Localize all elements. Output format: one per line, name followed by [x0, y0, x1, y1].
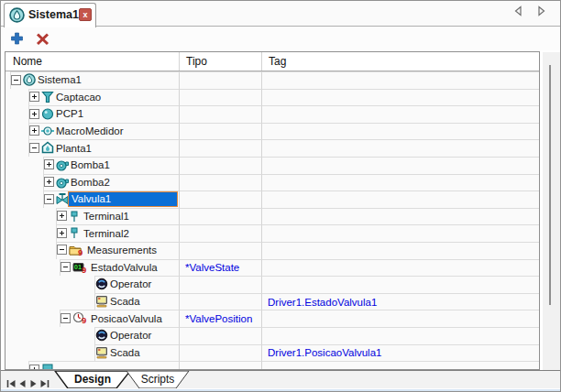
- table-row[interactable]: Operator: [6, 327, 539, 344]
- collapse-minus-icon[interactable]: [60, 262, 71, 272]
- nav-last-button[interactable]: [38, 376, 50, 385]
- column-header-nome[interactable]: Nome: [6, 52, 179, 71]
- tipo-cell: [179, 344, 261, 362]
- tipo-cell: [179, 139, 261, 157]
- table-row[interactable]: Captacao: [6, 89, 539, 106]
- tipo-cell: [179, 361, 261, 369]
- node-label: EstadoValvula: [91, 259, 158, 277]
- table-row[interactable]: MacroMedidor: [6, 123, 539, 140]
- tipo-cell: [179, 105, 261, 123]
- table-row[interactable]: Terminal1: [6, 208, 539, 225]
- badge-count: 9: [82, 265, 86, 275]
- tab-scripts-label: Scripts: [126, 373, 190, 386]
- footer-bar: Design Scripts: [1, 370, 560, 388]
- table-row[interactable]: ScadaDriver1.PosicaoValvula1: [6, 344, 539, 362]
- table-row[interactable]: ScadaDriver1.EstadoValvula1: [6, 293, 539, 310]
- tag-cell: [261, 191, 539, 208]
- table-row[interactable]: Bomba2: [6, 174, 539, 191]
- badge-count: 9: [78, 247, 82, 257]
- tag-cell: [261, 208, 539, 225]
- collapse-minus-icon[interactable]: [57, 245, 67, 255]
- node-label: Measurements: [87, 242, 157, 259]
- nome-cell: PCP1: [6, 105, 179, 123]
- tab-scripts[interactable]: Scripts: [126, 371, 190, 389]
- tab-scroll-left-icon[interactable]: [512, 5, 525, 17]
- table-row[interactable]: Valvula1: [6, 191, 539, 208]
- table-row[interactable]: 9PosicaoValvula*ValvePosition: [6, 310, 539, 327]
- generic-icon: [41, 363, 54, 369]
- table-row[interactable]: Operator: [6, 276, 539, 293]
- nome-cell: 019EstadoValvula: [6, 259, 179, 277]
- tag-value: Driver1.EstadoValvula1: [268, 294, 377, 310]
- table-row[interactable]: Sistema1: [6, 71, 539, 89]
- tipo-cell: *ValvePosition: [179, 310, 261, 327]
- grid-header: Nome Tipo Tag: [6, 52, 539, 71]
- expand-plus-icon[interactable]: [29, 109, 39, 119]
- nome-cell: [6, 361, 179, 369]
- scrollbar-thumb[interactable]: [549, 65, 551, 305]
- node-label: Planta1: [56, 139, 92, 157]
- delete-item-button[interactable]: [33, 29, 51, 48]
- expand-plus-icon[interactable]: [44, 159, 54, 169]
- plus-icon: [9, 31, 25, 47]
- node-label: Operator: [110, 276, 151, 293]
- document-tab-sistema1[interactable]: Sistema1 x: [4, 3, 96, 27]
- status-strip: [1, 388, 560, 392]
- tipo-cell: [179, 208, 261, 225]
- collapse-minus-icon[interactable]: [11, 75, 21, 85]
- tipo-cell: [179, 276, 261, 293]
- collapse-minus-icon[interactable]: [44, 194, 54, 204]
- close-tab-button[interactable]: x: [79, 8, 92, 21]
- flow-meter-icon: [41, 125, 54, 137]
- node-label: PosicaoValvula: [91, 310, 162, 327]
- table-row[interactable]: 019EstadoValvula*ValveState: [6, 259, 539, 277]
- node-label: Bomba2: [71, 174, 110, 191]
- toolbar: [1, 27, 560, 50]
- add-item-button[interactable]: [7, 29, 26, 48]
- node-label: Bomba1: [71, 157, 110, 174]
- tipo-cell: [179, 174, 261, 191]
- sphere-icon: [41, 107, 54, 120]
- expand-plus-icon[interactable]: [57, 211, 67, 221]
- tab-scroll-right-icon[interactable]: [534, 5, 547, 17]
- nome-cell: 9PosicaoValvula: [6, 310, 179, 327]
- nav-next-button[interactable]: [28, 376, 38, 385]
- table-row[interactable]: [6, 361, 539, 369]
- table-row[interactable]: Terminal2: [6, 224, 539, 242]
- tag-cell: [261, 327, 539, 344]
- tag-cell: [261, 224, 539, 242]
- tipo-cell: [179, 157, 261, 174]
- expand-plus-icon[interactable]: [29, 92, 39, 102]
- operator-icon: [95, 329, 108, 342]
- expand-plus-icon[interactable]: [29, 365, 39, 370]
- table-row[interactable]: Bomba1: [6, 157, 539, 174]
- vertical-scrollbar[interactable]: [543, 52, 560, 370]
- nome-cell: Bomba2: [6, 174, 179, 191]
- water-drop-icon: [9, 7, 25, 23]
- tag-cell: [261, 259, 539, 277]
- node-label: Scada: [110, 293, 140, 310]
- document-tab-strip: Sistema1 x: [1, 1, 560, 27]
- nav-prev-button[interactable]: [16, 376, 28, 385]
- tab-design[interactable]: Design: [54, 371, 131, 389]
- tag-cell: [261, 310, 539, 327]
- column-header-tipo[interactable]: Tipo: [179, 52, 261, 71]
- nome-cell: Terminal2: [6, 224, 179, 242]
- node-label: MacroMedidor: [56, 123, 124, 140]
- valve-icon: [56, 192, 69, 205]
- collapse-minus-icon[interactable]: [29, 143, 39, 153]
- plant-house-icon: [41, 141, 54, 154]
- node-label: Operator: [110, 327, 151, 344]
- table-row[interactable]: PCP1: [6, 105, 539, 123]
- collapse-minus-icon[interactable]: [60, 313, 71, 323]
- tag-cell: [261, 71, 539, 89]
- expand-plus-icon[interactable]: [44, 177, 54, 187]
- table-row[interactable]: 9Measurements: [6, 242, 539, 259]
- expand-plus-icon[interactable]: [29, 125, 39, 136]
- column-header-tag[interactable]: Tag: [261, 52, 539, 71]
- expand-plus-icon[interactable]: [57, 228, 67, 238]
- table-row[interactable]: Planta1: [6, 139, 539, 157]
- nav-first-button[interactable]: [6, 376, 16, 385]
- delete-x-icon: [35, 31, 50, 47]
- terminal-icon: [69, 226, 82, 239]
